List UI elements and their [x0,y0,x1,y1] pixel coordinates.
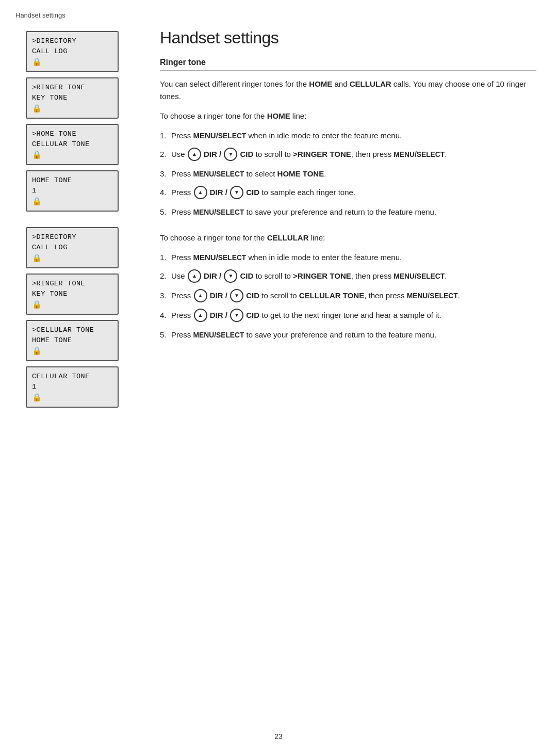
home-step-4: 4. Press DIR / CID to sample each ringer… [160,186,536,200]
section-heading: Ringer tone [160,58,536,71]
dir-up-icon-h4 [194,186,207,199]
lcd-screen-8: CELLULAR TONE 1 🔒 [26,366,119,408]
dir-up-icon-h2 [188,148,201,161]
cell-step-1: 1. Press MENU/SELECT when in idle mode t… [160,251,536,264]
lcd-screen-7: >CELLULAR TONE HOME TONE 🔒 [26,320,119,361]
step-num-3: 3. [160,168,171,180]
step-text-2: Use DIR / CID to scroll to >RINGER TONE,… [171,148,536,162]
lock-icon-3: 🔒 [32,150,42,160]
lock-icon-8: 🔒 [32,393,42,403]
home-line-intro: To choose a ringer tone for the HOME lin… [160,110,536,122]
lock-icon-7: 🔒 [32,346,42,356]
cell-step-num-2: 2. [160,270,171,282]
lcd-line-3-2: CELLULAR TONE [32,139,112,150]
lcd-screen-5: >DIRECTORY CALL LOG 🔒 [26,227,119,268]
cell-step-text-5: Press MENU/SELECT to save your preferenc… [171,329,536,341]
cell-step-text-1: Press MENU/SELECT when in idle mode to e… [171,251,536,264]
cid-down-icon-h2 [224,148,237,161]
home-step-5: 5. Press MENU/SELECT to save your prefer… [160,206,536,218]
cellular-line-intro: To choose a ringer tone for the CELLULAR… [160,232,536,244]
cell-step-2: 2. Use DIR / CID to scroll to >RINGER TO… [160,270,536,283]
lock-icon-4: 🔒 [32,197,42,206]
lcd-line-1-1: >DIRECTORY [32,36,112,46]
bold-cellular-2: CELLULAR [267,233,309,242]
lcd-line-1-2: CALL LOG [32,46,112,57]
dir-up-icon-c4 [194,309,207,322]
cell-step-4: 4. Press DIR / CID to get to the next ri… [160,309,536,323]
lcd-screen-6: >RINGER TONE KEY TONE 🔒 [26,274,119,315]
bold-home-2: HOME [267,111,290,120]
lcd-line-5-1: >DIRECTORY [32,232,112,243]
lcd-line-5-2: CALL LOG [32,243,112,253]
step-num-1: 1. [160,130,171,142]
cellular-steps-list: 1. Press MENU/SELECT when in idle mode t… [160,251,536,341]
lcd-line-8-1: CELLULAR TONE [32,372,112,382]
lock-icon-5: 🔒 [32,253,42,263]
lcd-line-6-1: >RINGER TONE [32,279,112,289]
step-num-2: 2. [160,148,171,160]
lcd-line-8-2: 1 [32,382,112,392]
step-text-3: Press MENU/SELECT to select HOME TONE. [171,168,536,180]
lcd-group-cellular: >DIRECTORY CALL LOG 🔒 >RINGER TONE KEY T… [26,227,134,408]
intro-paragraph: You can select different ringer tones fo… [160,78,536,103]
breadcrumb: Handset settings [15,11,65,19]
step-text-4: Press DIR / CID to sample each ringer to… [171,186,536,200]
cell-step-text-2: Use DIR / CID to scroll to >RINGER TONE,… [171,270,536,283]
cid-down-icon-c2 [224,269,237,283]
step-num-5: 5. [160,206,171,218]
lcd-line-4-2: 1 [32,186,112,196]
lcd-line-2-1: >RINGER TONE [32,83,112,93]
lcd-group-home: >DIRECTORY CALL LOG 🔒 >RINGER TONE KEY T… [26,31,134,212]
lcd-screen-1: >DIRECTORY CALL LOG 🔒 [26,31,119,72]
lock-icon-2: 🔒 [32,104,42,114]
cell-step-num-4: 4. [160,309,171,321]
lock-icon-1: 🔒 [32,57,42,67]
lcd-line-7-1: >CELLULAR TONE [32,325,112,335]
cell-step-5: 5. Press MENU/SELECT to save your prefer… [160,329,536,341]
cell-step-num-1: 1. [160,251,171,264]
dir-up-icon-c3 [194,289,207,302]
page-number: 23 [274,732,283,741]
cell-step-3: 3. Press DIR / CID to scroll to CELLULAR… [160,289,536,303]
lcd-screen-4: HOME TONE 1 🔒 [26,170,119,212]
lcd-line-7-2: HOME TONE [32,335,112,346]
content-area: Handset settings Ringer tone You can sel… [160,28,536,351]
lcd-screens-left: >DIRECTORY CALL LOG 🔒 >RINGER TONE KEY T… [26,31,134,417]
lcd-screen-2: >RINGER TONE KEY TONE 🔒 [26,77,119,119]
step-text-5: Press MENU/SELECT to save your preferenc… [171,206,536,218]
page-title: Handset settings [160,28,536,47]
lcd-screen-3: >HOME TONE CELLULAR TONE 🔒 [26,124,119,165]
home-step-3: 3. Press MENU/SELECT to select HOME TONE… [160,168,536,180]
lcd-line-2-2: KEY TONE [32,93,112,103]
home-step-1: 1. Press MENU/SELECT when in idle mode t… [160,130,536,142]
cid-down-icon-c4 [230,309,243,322]
dir-up-icon-c2 [188,269,201,283]
lcd-line-4-1: HOME TONE [32,175,112,186]
home-steps-list: 1. Press MENU/SELECT when in idle mode t… [160,130,536,218]
bold-home: HOME [309,79,332,88]
cid-down-icon-h4 [230,186,243,199]
cell-step-num-3: 3. [160,289,171,302]
home-step-2: 2. Use DIR / CID to scroll to >RINGER TO… [160,148,536,162]
lcd-line-6-2: KEY TONE [32,289,112,299]
cid-down-icon-c3 [230,289,243,302]
cell-step-text-4: Press DIR / CID to get to the next ringe… [171,309,536,323]
lcd-line-3-1: >HOME TONE [32,129,112,139]
bold-cellular: CELLULAR [350,79,391,88]
step-text-1: Press MENU/SELECT when in idle mode to e… [171,130,536,142]
lock-icon-6: 🔒 [32,300,42,310]
cell-step-text-3: Press DIR / CID to scroll to CELLULAR TO… [171,289,536,303]
cell-step-num-5: 5. [160,329,171,341]
step-num-4: 4. [160,186,171,199]
